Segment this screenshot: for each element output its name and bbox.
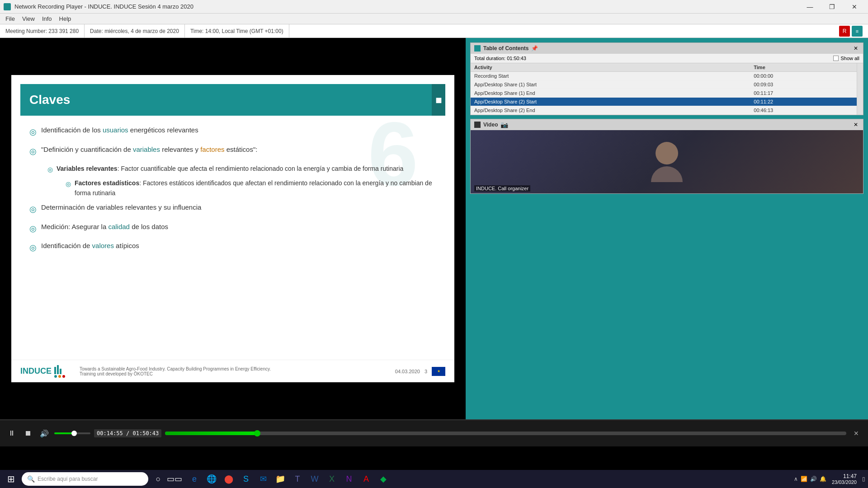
toc-toolbar: Total duration: 01:50:43 Show all — [471, 54, 863, 63]
taskbar-cortana-icon[interactable]: ○ — [150, 471, 166, 487]
taskbar-acrobat-icon[interactable]: A — [358, 471, 374, 487]
highlight-factores: factores — [200, 145, 224, 153]
taskbar-tasksview-icon[interactable]: ▭▭ — [166, 471, 183, 487]
taskbar-chrome-icon[interactable]: ⬤ — [221, 471, 237, 487]
taskbar-search[interactable]: 🔍 Escribe aquí para buscar — [22, 472, 148, 486]
slide-footer: INDUCE — [11, 360, 454, 382]
video-controls: ✕ — [852, 121, 859, 128]
menu-help[interactable]: Help — [56, 14, 75, 23]
progress-thumb[interactable] — [254, 430, 260, 436]
footer-date: 04.03.2020 — [395, 369, 420, 374]
toc-scrollbar[interactable] — [857, 63, 863, 115]
record-icon-btn[interactable]: R — [839, 26, 850, 37]
close-control-button[interactable]: ✕ — [850, 427, 863, 440]
taskbar-clock[interactable]: 11:47 23/03/2020 — [829, 473, 859, 485]
right-panel: Table of Contents 📌 ✕ Total duration: 01… — [466, 38, 868, 419]
progress-bar[interactable] — [165, 432, 846, 435]
toc-time-1: 00:00:00 — [750, 72, 857, 80]
highlight-valores: valores — [92, 242, 114, 249]
volume-thumb[interactable] — [71, 431, 77, 436]
slide-bookmark: ◼ — [432, 84, 445, 116]
toc-time-3: 00:11:17 — [750, 89, 857, 98]
bullet-text-2: "Definición y cuantificación de variable… — [41, 144, 436, 155]
toc-table: Activity Time Recording Start 00:00:00 A… — [471, 63, 857, 115]
sub-bullet-icon-2: ◎ — [66, 179, 71, 189]
bullet-icon-2: ◎ — [29, 145, 37, 158]
avatar-head — [656, 142, 678, 164]
taskbar-pinned-apps: e 🌐 ⬤ S ✉ 📁 T W X N A ◆ — [186, 471, 392, 487]
tray-up-icon[interactable]: ∧ — [793, 476, 799, 482]
title-bar-controls: — ❐ ✕ — [800, 0, 864, 14]
footer-page: 3 — [425, 369, 427, 374]
taskbar-excel-icon[interactable]: X — [324, 471, 340, 487]
video-close-button[interactable]: ✕ — [852, 121, 859, 128]
taskbar-word-icon[interactable]: W — [307, 471, 323, 487]
minimize-button[interactable]: — — [800, 0, 820, 14]
toc-header: Table of Contents 📌 ✕ — [471, 43, 863, 54]
toc-activity-4: App/Desktop Share (2) Start — [471, 98, 750, 106]
slide-body: ◎ Identificación de los usuarios energét… — [11, 120, 454, 264]
taskbar-teams-icon[interactable]: T — [289, 471, 306, 487]
footer-logo: INDUCE — [20, 365, 65, 378]
tray-volume-icon[interactable]: 🔊 — [809, 476, 818, 482]
bullet-icon-4: ◎ — [29, 222, 37, 235]
footer-logo-icon — [54, 365, 65, 378]
toc-close-button[interactable]: ✕ — [852, 45, 859, 52]
taskbar-skype-icon[interactable]: S — [238, 471, 254, 487]
tray-show-desktop-icon[interactable]: ▯ — [861, 476, 866, 482]
meeting-date: Date: miércoles, 4 de marzo de 2020 — [85, 24, 185, 38]
controls-bar: ⏸ ⏹ 🔊 00:14:55 / 01:50:43 ✕ — [0, 419, 868, 446]
video-panel: Video 📷 ✕ INDUCE. Call organizer — [470, 119, 863, 194]
taskbar-ie-icon[interactable]: e — [186, 471, 203, 487]
toc-row-3[interactable]: App/Desktop Share (1) End 00:11:17 — [471, 89, 857, 98]
show-all-checkbox[interactable] — [833, 56, 839, 61]
menu-file[interactable]: File — [2, 14, 19, 23]
video-header: Video 📷 ✕ — [471, 119, 863, 130]
sys-tray: ∧ 📶 🔊 🔔 — [793, 476, 827, 482]
bullet-icon-5: ◎ — [29, 241, 37, 254]
toc-activity-5: App/Desktop Share (2) End — [471, 106, 750, 115]
menu-info[interactable]: Info — [38, 14, 56, 23]
menu-view[interactable]: View — [19, 14, 38, 23]
toc-time-5: 00:46:13 — [750, 106, 857, 115]
start-button[interactable]: ⊞ — [2, 470, 20, 488]
toc-pin-icon: 📌 — [531, 45, 538, 52]
show-all-section: Show all — [833, 56, 859, 61]
time-current: 00:14:55 — [97, 430, 123, 436]
bullet-item-5: ◎ Identificación de valores atípicos — [29, 240, 436, 254]
close-button[interactable]: ✕ — [844, 0, 864, 14]
progress-fill — [165, 432, 257, 435]
taskbar-edge-icon[interactable]: 🌐 — [203, 471, 220, 487]
bullet-icon-3: ◎ — [29, 203, 37, 216]
taskbar-explorer-icon[interactable]: 📁 — [272, 471, 288, 487]
tray-notification-icon[interactable]: 🔔 — [819, 476, 827, 482]
volume-button[interactable]: 🔊 — [38, 427, 51, 440]
footer-right: 04.03.2020 3 ★ — [395, 367, 445, 376]
stop-button[interactable]: ⏹ — [22, 427, 34, 440]
toc-row-4[interactable]: App/Desktop Share (2) Start 00:11:22 — [471, 98, 857, 106]
play-pause-button[interactable]: ⏸ — [5, 427, 18, 440]
toc-activity-2: App/Desktop Share (1) Start — [471, 80, 750, 89]
video-header-left: Video 📷 — [474, 121, 508, 128]
bullet-item-4: ◎ Medición: Asegurar la calidad de los d… — [29, 221, 436, 235]
tray-network-icon[interactable]: 📶 — [800, 476, 808, 482]
bullet-item-3: ◎ Determinación de variables relevantes … — [29, 202, 436, 216]
taskbar-outlook-icon[interactable]: ✉ — [255, 471, 271, 487]
sub-bullet-text-2: Factores estadísticos: Factores estático… — [75, 178, 436, 198]
taskbar-onenote-icon[interactable]: N — [341, 471, 357, 487]
title-bar-left: Network Recording Player - INDUCE. INDUC… — [4, 3, 193, 10]
taskbar-greenicons-icon[interactable]: ◆ — [375, 471, 392, 487]
search-placeholder: Escribe aquí para buscar — [38, 476, 98, 482]
toc-row-1[interactable]: Recording Start 00:00:00 — [471, 72, 857, 80]
avatar-body — [651, 166, 683, 182]
toc-icon-btn[interactable]: ≡ — [852, 26, 863, 37]
video-icon — [474, 122, 481, 128]
toc-row-5[interactable]: App/Desktop Share (2) End 00:46:13 — [471, 106, 857, 115]
bullet-item-1: ◎ Identificación de los usuarios energét… — [29, 125, 436, 139]
toc-row-2[interactable]: App/Desktop Share (1) Start 00:09:03 — [471, 80, 857, 89]
bullet-text-1: Identificación de los usuarios energétic… — [41, 125, 436, 136]
maximize-button[interactable]: ❐ — [822, 0, 842, 14]
volume-slider[interactable] — [54, 432, 90, 434]
toc-col-activity: Activity — [471, 63, 750, 72]
bullet-text-4: Medición: Asegurar la calidad de los dat… — [41, 221, 436, 232]
